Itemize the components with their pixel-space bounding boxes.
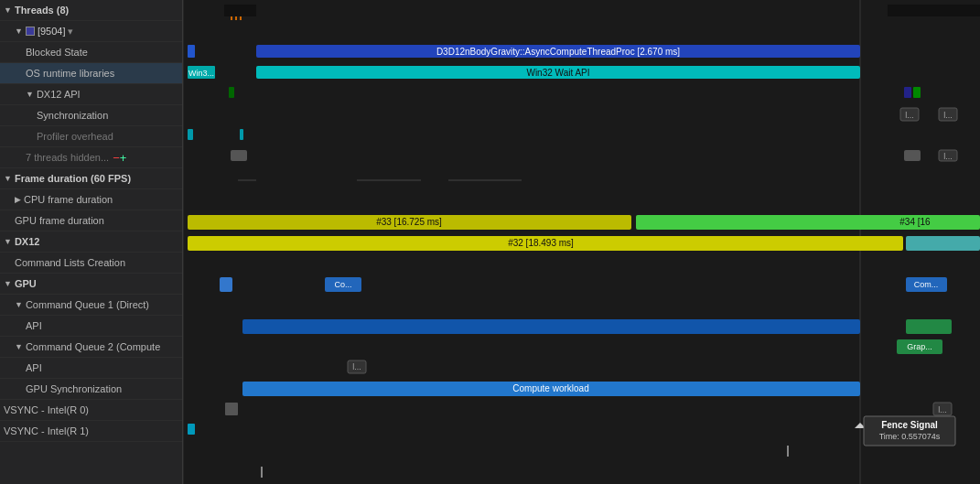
os-runtime-label: OS runtime libraries (26, 68, 114, 79)
pid-label: [9504] (38, 26, 66, 37)
dx12-label: DX12 (15, 236, 40, 247)
synchronization-label: Synchronization (37, 110, 108, 121)
tick-2 (235, 16, 237, 20)
os-runtime-row: OS runtime libraries (0, 63, 182, 84)
dx12-menu-btn-2-label: l... (943, 111, 953, 120)
cpu-frame-row[interactable]: ▶ CPU frame duration (0, 189, 182, 210)
cmd-list-label-3: Com... (914, 280, 939, 289)
minus-button[interactable]: − (113, 151, 120, 165)
gpu-sync-label: GPU Synchronization (26, 383, 122, 394)
cq2-expand-icon[interactable]: ▼ (15, 342, 23, 351)
cq2-api-btn-label: l... (938, 405, 947, 414)
blocked-bar-label: D3D12nBodyGravity::AsyncComputeThreadPro… (436, 47, 680, 57)
gpu-row[interactable]: ▼ GPU (0, 274, 182, 295)
cq2-label: Command Queue 2 (Compute (26, 341, 160, 352)
timeline-svg: D3D12nBodyGravity::AsyncComputeThreadPro… (183, 0, 980, 484)
thread-bar-2 (888, 5, 980, 16)
cpu-frame-expand-icon[interactable]: ▶ (15, 195, 21, 204)
tooltip-time: Time: 0.557074s (879, 432, 941, 441)
gpu-main-bar (242, 319, 860, 334)
cq1-api-btn-label: l... (352, 362, 361, 371)
vsync0-mark (787, 446, 789, 457)
dx12-expand-icon[interactable]: ▼ (4, 237, 12, 246)
profiler-menu-label: l... (943, 152, 953, 161)
pid-row[interactable]: ▼ [9504] ▾ (0, 21, 182, 42)
cpu-frame-label-1: #33 [16.725 ms] (376, 217, 442, 227)
frame-duration-expand-icon[interactable]: ▼ (4, 174, 12, 183)
plus-button[interactable]: + (120, 151, 127, 165)
gpu-green-bar (906, 319, 952, 334)
profiler-bar-2 (904, 150, 921, 161)
vsync0-label: VSYNC - Intel(R 0) (4, 404, 89, 415)
cq1-api-row: API (0, 316, 182, 337)
cq2-api-row: API (0, 358, 182, 379)
threads-header-row[interactable]: ▼ Threads (8) (0, 0, 182, 21)
cpu-frame-label-2: #34 [16 (899, 217, 931, 227)
blocked-state-label: Blocked State (26, 47, 88, 58)
sync-bar-2 (240, 129, 243, 140)
right-panel: D3D12nBodyGravity::AsyncComputeThreadPro… (183, 0, 980, 484)
dx12-row[interactable]: ▼ DX12 (0, 231, 182, 253)
os-bar-1-label: Win3... (188, 69, 214, 78)
os-bar-main-label: Win32 Wait API (526, 68, 589, 78)
profiler-overhead-row: Profiler overhead (0, 126, 182, 147)
cq2-api-label: API (26, 362, 42, 373)
profiler-overhead-label: Profiler overhead (37, 131, 113, 142)
tick-1 (231, 16, 232, 20)
vsync1-label: VSYNC - Intel(R 1) (4, 425, 89, 436)
cmd-list-bar-1 (220, 277, 232, 292)
tooltip-title: Fence Signal (881, 420, 938, 430)
gpu-label: GPU (15, 278, 37, 289)
gpu-frame-row: GPU frame duration (0, 210, 182, 231)
gpu-expand-icon[interactable]: ▼ (4, 279, 12, 288)
vsync1-row: VSYNC - Intel(R 1) (0, 421, 182, 442)
threads-header-label: Threads (8) (15, 5, 69, 16)
gpu-frame-label: GPU frame duration (15, 215, 104, 226)
cq2-row[interactable]: ▼ Command Queue 2 (Compute (0, 337, 182, 358)
blocked-state-row: Blocked State (0, 42, 182, 63)
gpu-frame-bar-2 (906, 236, 980, 251)
main-container: ▼ Threads (8) ▼ [9504] ▾ Blocked State O… (0, 0, 980, 484)
command-lists-row: Command Lists Creation (0, 253, 182, 274)
blocked-dot (188, 45, 195, 58)
cq1-expand-icon[interactable]: ▼ (15, 300, 23, 309)
synchronization-row: Synchronization (0, 105, 182, 126)
cq1-row[interactable]: ▼ Command Queue 1 (Direct) (0, 295, 182, 316)
left-panel: ▼ Threads (8) ▼ [9504] ▾ Blocked State O… (0, 0, 183, 484)
threads-expand-icon[interactable]: ▼ (4, 5, 12, 15)
dx12-menu-btn-1-label: l... (905, 111, 914, 120)
dx12-blue-small (904, 87, 911, 98)
cpu-frame-label: CPU frame duration (24, 194, 113, 205)
vsync1-mark (261, 467, 263, 478)
frame-duration-label: Frame duration (60 FPS) (15, 173, 131, 184)
pid-dropdown-icon[interactable]: ▾ (68, 26, 73, 38)
frame-duration-row[interactable]: ▼ Frame duration (60 FPS) (0, 168, 182, 189)
thread-bar-1 (224, 5, 256, 16)
hidden-threads-label: 7 threads hidden... (26, 152, 109, 163)
cq1-label: Command Queue 1 (Direct) (26, 299, 149, 310)
hidden-threads-row: 7 threads hidden... − + (0, 147, 182, 168)
pid-checkbox[interactable] (26, 27, 35, 36)
profiler-bar (231, 150, 247, 161)
tick-3 (240, 16, 242, 20)
graph-btn-label: Grap... (907, 342, 932, 351)
gpu-sync-bar (188, 424, 195, 435)
dx12-green-small (913, 87, 921, 98)
dx12-api-label: DX12 API (37, 89, 81, 100)
dx12-api-row[interactable]: ▼ DX12 API (0, 84, 182, 105)
cq2-api-small (225, 403, 238, 415)
vsync0-row: VSYNC - Intel(R 0) (0, 400, 182, 421)
gpu-sync-row: GPU Synchronization (0, 379, 182, 400)
command-lists-label: Command Lists Creation (15, 257, 125, 268)
compute-bar-label: Compute workload (512, 383, 588, 393)
sync-bar (188, 129, 193, 140)
pid-expand-icon[interactable]: ▼ (15, 27, 23, 36)
dx12-api-expand-icon[interactable]: ▼ (26, 90, 34, 99)
gpu-frame-label-1: #32 [18.493 ms] (508, 238, 574, 248)
cq1-api-label: API (26, 320, 42, 331)
dx12-green-bar (229, 87, 234, 98)
cmd-list-label-2: Co... (334, 280, 351, 289)
